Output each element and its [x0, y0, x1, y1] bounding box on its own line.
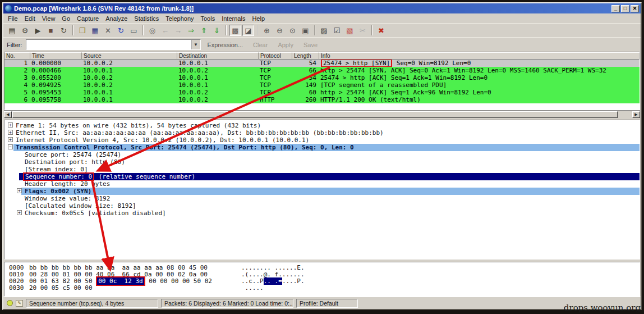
menu-item-file[interactable]: File: [4, 15, 21, 22]
tree-expander[interactable]: −: [8, 144, 13, 149]
tree-expander[interactable]: +: [17, 210, 22, 215]
detail-line-12[interactable]: +Checksum: 0x05c5 [validation disabled]: [4, 210, 640, 217]
scroll-thumb[interactable]: [12, 111, 618, 118]
filter-input[interactable]: [26, 40, 191, 49]
menu-item-view[interactable]: View: [39, 15, 59, 22]
maximize-button[interactable]: □: [621, 5, 629, 12]
cell-no: 2: [4, 67, 30, 74]
detail-line-0[interactable]: +Frame 1: 54 bytes on wire (432 bits), 5…: [4, 122, 640, 129]
minimize-button[interactable]: _: [611, 5, 620, 12]
menu-item-go[interactable]: Go: [58, 15, 73, 22]
scroll-left-button[interactable]: ◀: [4, 111, 12, 118]
capture-restart-icon[interactable]: ↻: [58, 25, 70, 36]
packet-row-6[interactable]: 60.09575810.0.0.110.0.0.2HTTP260HTTP/1.1…: [4, 96, 640, 103]
column-header-destination[interactable]: Destination: [177, 52, 259, 60]
menu-item-help[interactable]: Help: [249, 15, 268, 22]
zoom-out-icon[interactable]: ⊖: [274, 25, 286, 36]
detail-line-2[interactable]: +Internet Protocol Version 4, Src: 10.0.…: [4, 136, 640, 144]
expert-info-icon[interactable]: [7, 300, 13, 306]
menu-item-capture[interactable]: Capture: [73, 15, 102, 22]
detail-line-4[interactable]: Source port: 25474 (25474): [4, 151, 640, 158]
tree-expander[interactable]: +: [17, 188, 22, 193]
zoom-in-icon[interactable]: ⊕: [261, 25, 273, 36]
clear-button[interactable]: Clear: [250, 40, 271, 49]
help-icon[interactable]: ✖: [375, 25, 387, 36]
packet-row-5[interactable]: 50.09545310.0.0.110.0.0.2TCP60http > 254…: [4, 89, 640, 96]
annotation-icon[interactable]: ✎: [16, 300, 23, 307]
detail-line-10[interactable]: Window size value: 8192: [4, 195, 640, 202]
detail-text: Ethernet II, Src: aa:aa:aa:aa:aa:aa (aa:…: [16, 129, 384, 136]
detail-line-11[interactable]: [Calculated window size: 8192]: [4, 202, 640, 210]
close-file-icon[interactable]: ✕: [102, 25, 114, 36]
tree-expander[interactable]: +: [8, 137, 13, 142]
detail-line-1[interactable]: +Ethernet II, Src: aa:aa:aa:aa:aa:aa (aa…: [4, 129, 640, 136]
capture-start-icon[interactable]: ▶: [32, 25, 44, 36]
resize-columns-icon[interactable]: ▣: [300, 25, 311, 36]
hex-line-0030[interactable]: 003020 00 05 c5 00 00 .....: [9, 285, 640, 292]
detail-line-6[interactable]: [Stream index: 0]: [4, 166, 640, 173]
go-top-icon[interactable]: ⇑: [198, 25, 210, 36]
reload-icon[interactable]: ↻: [115, 25, 127, 36]
capture-stop-icon[interactable]: ■: [45, 25, 57, 36]
tree-expander[interactable]: +: [8, 130, 13, 135]
detail-line-8[interactable]: Header length: 20 bytes: [4, 180, 640, 188]
column-header-length[interactable]: Length: [292, 52, 319, 60]
detail-text: Internet Protocol Version 4, Src: 10.0.0…: [16, 136, 309, 144]
column-header-protocol[interactable]: Protocol: [259, 52, 292, 60]
close-button[interactable]: ✕: [631, 5, 639, 12]
list-interfaces-icon[interactable]: ▤: [6, 25, 18, 36]
cell-source: 10.0.0.2: [82, 81, 177, 89]
cell-no: 3: [4, 74, 30, 81]
autoscroll-toggle-icon[interactable]: ◪: [242, 25, 254, 36]
status-profile[interactable]: Profile: Default: [296, 299, 358, 308]
column-header-time[interactable]: Time: [30, 52, 82, 60]
menu-item-analyze[interactable]: Analyze: [102, 15, 131, 22]
packet-list-hscrollbar[interactable]: ◀ ▶: [4, 110, 640, 118]
cell-destination: 10.0.0.1: [177, 60, 259, 67]
find-packet-icon[interactable]: ◎: [146, 25, 158, 36]
detail-line-7[interactable]: Sequence number: 0 (relative sequence nu…: [4, 173, 640, 180]
column-header-source[interactable]: Source: [82, 52, 177, 60]
menu-item-telephony[interactable]: Telephony: [162, 15, 197, 22]
packet-row-2[interactable]: 20.00046610.0.0.110.0.0.2TCP66http > 254…: [4, 67, 640, 74]
scroll-right-button[interactable]: ▶: [632, 111, 640, 118]
packet-row-1[interactable]: 10.00000010.0.0.210.0.0.1TCP5425474 > ht…: [4, 60, 640, 67]
capture-options-icon[interactable]: ⚙: [19, 25, 31, 36]
open-file-icon[interactable]: ❒: [76, 25, 88, 36]
zoom-100-icon[interactable]: ⊙: [287, 25, 298, 36]
apply-button[interactable]: Apply: [274, 40, 297, 49]
coloring-rules-icon[interactable]: ☑: [331, 25, 343, 36]
detail-line-3[interactable]: −Transmission Control Protocol, Src Port…: [4, 144, 640, 151]
column-header-info[interactable]: Info: [319, 52, 640, 60]
status-packet-counts: Packets: 6 Displayed: 6 Marked: 0 Load t…: [161, 299, 293, 308]
detail-line-5[interactable]: Destination port: http (80): [4, 158, 640, 166]
cell-protocol: TCP: [259, 89, 292, 96]
go-back-icon[interactable]: ←: [159, 25, 171, 36]
preferences-icon[interactable]: ▧: [344, 25, 356, 36]
tree-expander[interactable]: +: [8, 122, 13, 128]
detail-line-9[interactable]: +Flags: 0x002 (SYN): [4, 188, 640, 195]
cell-time: 0.095453: [30, 89, 82, 96]
column-header-no[interactable]: No.: [4, 52, 30, 60]
packet-row-3[interactable]: 30.05520010.0.0.210.0.0.1TCP5425474 > ht…: [4, 74, 640, 81]
colorize-toggle-icon[interactable]: ▩: [229, 25, 241, 36]
filter-macros-icon[interactable]: ✂: [357, 25, 369, 36]
packet-row-4[interactable]: 40.09492510.0.0.210.0.0.1TCP149[TCP segm…: [4, 81, 640, 89]
save-file-icon[interactable]: ▦: [89, 25, 101, 36]
menu-item-internals[interactable]: Internals: [218, 15, 249, 22]
menu-item-tools[interactable]: Tools: [197, 15, 219, 22]
print-icon[interactable]: ▭: [128, 25, 140, 36]
go-bottom-icon[interactable]: ⇓: [211, 25, 223, 36]
expression-button[interactable]: Expression...: [204, 40, 247, 49]
cell-info: [TCP segment of a reassembled PDU]: [319, 81, 640, 89]
go-forward-icon[interactable]: →: [172, 25, 184, 36]
go-to-packet-icon[interactable]: ⇒: [185, 25, 197, 36]
menu-item-statistics[interactable]: Statistics: [131, 15, 162, 22]
hex-ascii: .....: [241, 285, 264, 292]
hex-line-0020[interactable]: 002000 01 63 82 00 50 00 0c 12 3d 00 00 …: [9, 278, 640, 285]
filter-dropdown-button[interactable]: ▼: [191, 40, 200, 49]
display-filters-icon[interactable]: ▨: [318, 25, 330, 36]
save-button[interactable]: Save: [300, 40, 321, 49]
cell-protocol: TCP: [259, 81, 292, 89]
menu-item-edit[interactable]: Edit: [21, 15, 39, 22]
